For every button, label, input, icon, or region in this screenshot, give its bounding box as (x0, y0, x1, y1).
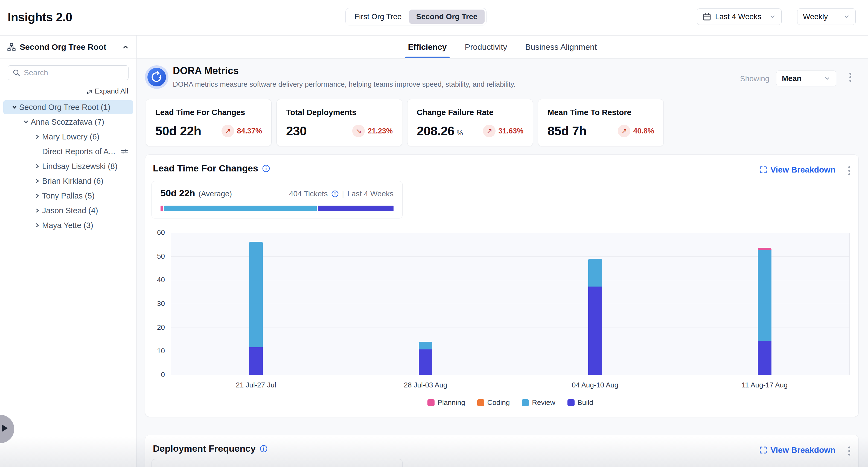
tree-item-label: Second Org Tree Root (1) (19, 103, 111, 112)
legend-item-planning[interactable]: Planning (428, 398, 465, 407)
chevron-right-icon[interactable] (33, 192, 42, 199)
bar-segment-build (758, 341, 772, 375)
tree-item-jason-stead[interactable]: Jason Stead (4) (0, 203, 136, 218)
play-arrow-icon (2, 424, 8, 432)
stat-delta: ↘ 21.23% (352, 125, 393, 137)
summary-value: 50d 22h (160, 188, 195, 198)
chevron-down-icon (769, 13, 776, 20)
tree-item-direct-reports[interactable]: Direct Reports of A... (0, 144, 136, 159)
section-menu-kebab[interactable] (848, 446, 850, 456)
tree-item-brian-kirkland[interactable]: Brian Kirkland (6) (0, 174, 136, 188)
expand-all-button[interactable]: Expand All (85, 87, 128, 95)
view-breakdown-label: View Breakdown (770, 445, 835, 455)
tree-item-label: Anna Scozzafava (7) (31, 118, 104, 127)
chevron-right-icon[interactable] (33, 222, 42, 229)
y-axis-tick: 40 (145, 276, 165, 284)
tree-item-anna-scozzafava[interactable]: Anna Scozzafava (7) (0, 115, 136, 129)
sidebar-root-label: Second Org Tree Root (20, 42, 118, 52)
tab-bar: Efficiency Productivity Business Alignme… (137, 35, 868, 59)
tree-item-label: Tony Pallas (5) (42, 191, 95, 200)
stacked-bar-28 Jul-03 Aug[interactable] (419, 342, 432, 375)
bar-segment-build (588, 286, 602, 375)
info-icon[interactable] (262, 164, 270, 173)
tab-productivity[interactable]: Productivity (465, 35, 507, 59)
search-input[interactable] (24, 68, 124, 77)
bar-segment-review (249, 242, 263, 347)
expand-corners-icon (760, 446, 767, 454)
chevron-right-icon[interactable] (33, 207, 42, 214)
stat-title: Change Failure Rate (417, 108, 523, 117)
chevron-down-icon (824, 75, 831, 82)
bar-segment-review (588, 259, 602, 286)
stacked-bar-04 Aug-10 Aug[interactable] (588, 259, 602, 375)
legend-label: Coding (487, 398, 510, 407)
summary-period: Last 4 Weeks (347, 189, 394, 198)
chevron-right-icon[interactable] (33, 163, 42, 170)
tree-item-label: Jason Stead (4) (42, 206, 98, 215)
y-axis-tick: 60 (145, 228, 165, 237)
info-icon[interactable] (331, 190, 339, 198)
stat-suffix: % (457, 129, 463, 137)
showing-label: Showing (740, 74, 769, 83)
view-breakdown-link[interactable]: View Breakdown (760, 165, 835, 175)
stacked-bar-21 Jul-27 Jul[interactable] (249, 242, 263, 375)
aggregation-value: Mean (782, 74, 802, 83)
toggle-second-org-tree[interactable]: Second Org Tree (409, 9, 485, 24)
expand-icon (85, 88, 92, 95)
stat-value: 230 (286, 124, 307, 138)
stat-title: Total Deployments (286, 108, 393, 117)
legend-item-coding[interactable]: Coding (477, 398, 510, 407)
bar-segment-build (419, 349, 432, 375)
deployment-summary-card (152, 459, 403, 467)
toggle-first-org-tree[interactable]: First Org Tree (347, 9, 409, 24)
tree-item-tony-pallas[interactable]: Tony Pallas (5) (0, 188, 136, 203)
stacked-bar-11 Aug-17 Aug[interactable] (758, 248, 772, 375)
section-title: Deployment Frequency (153, 443, 256, 454)
stat-card-change-failure-rate[interactable]: Change Failure Rate 208.26% ↗ 31.63% (407, 99, 533, 146)
trend-up-icon: ↗ (618, 125, 630, 137)
deployment-frequency-section: Deployment Frequency View Breakdown (145, 435, 859, 467)
x-axis-label: 21 Jul-27 Jul (210, 381, 303, 390)
tree-item-label: Direct Reports of A... (42, 147, 115, 156)
date-range-value: Last 4 Weeks (715, 12, 761, 21)
info-icon[interactable] (259, 444, 268, 453)
stat-value: 85d 7h (548, 124, 587, 138)
chevron-right-icon[interactable] (33, 133, 42, 140)
stat-delta: ↗ 31.63% (483, 125, 523, 137)
stat-card-total-deployments[interactable]: Total Deployments 230 ↘ 21.23% (277, 99, 402, 146)
filter-settings-icon[interactable] (120, 147, 128, 156)
tab-efficiency[interactable]: Efficiency (408, 35, 447, 59)
legend-swatch (522, 399, 529, 406)
dora-section-title: DORA Metrics (173, 65, 239, 76)
tree-item-lindsay-liszewski[interactable]: Lindsay Liszewski (8) (0, 159, 136, 174)
collapse-sidebar-icon[interactable] (122, 43, 129, 51)
stat-value: 208.26 (417, 124, 455, 138)
tree-item-second-org-tree-root[interactable]: Second Org Tree Root (1) (0, 100, 136, 115)
legend-item-build[interactable]: Build (567, 398, 593, 407)
tree-item-maya-yette[interactable]: Maya Yette (3) (0, 218, 136, 233)
bar-segment-review (758, 250, 772, 341)
stat-card-lead-time[interactable]: Lead Time For Changes 50d 22h ↗ 84.37% (146, 99, 272, 146)
section-menu-kebab[interactable] (848, 166, 850, 175)
granularity-select[interactable]: Weekly (797, 8, 856, 25)
aggregation-select[interactable]: Mean (776, 70, 836, 86)
tree-item-mary-lowery[interactable]: Mary Lowery (6) (0, 129, 136, 144)
chevron-down-icon[interactable] (10, 104, 19, 111)
dora-menu-kebab[interactable] (849, 73, 851, 82)
bar-segment-planning (758, 248, 772, 250)
view-breakdown-link[interactable]: View Breakdown (760, 445, 835, 455)
sidebar-search[interactable] (8, 65, 128, 80)
bar-segment-review (419, 342, 432, 350)
legend-label: Build (578, 398, 593, 407)
x-axis-label: 11 Aug-17 Aug (718, 381, 811, 390)
stat-card-mean-time-to-restore[interactable]: Mean Time To Restore 85d 7h ↗ 40.8% (538, 99, 664, 146)
stat-delta: ↗ 40.8% (618, 125, 654, 137)
tab-business-alignment[interactable]: Business Alignment (525, 35, 597, 59)
legend-item-review[interactable]: Review (522, 398, 555, 407)
trend-up-icon: ↗ (221, 125, 234, 137)
chevron-down-icon[interactable] (21, 118, 31, 125)
chevron-right-icon[interactable] (33, 178, 42, 185)
legend-swatch (477, 399, 484, 406)
date-range-select[interactable]: Last 4 Weeks (697, 8, 782, 25)
bar-segment-build (249, 347, 263, 375)
